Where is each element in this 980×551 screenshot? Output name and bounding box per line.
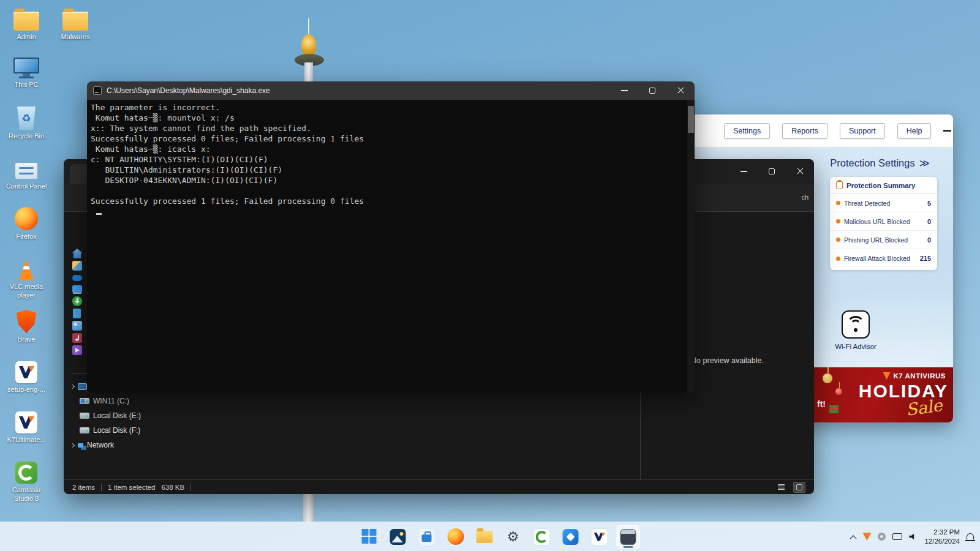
folder-icon — [62, 12, 88, 31]
k7-tab-help[interactable]: Help — [897, 123, 932, 139]
k7-button[interactable] — [588, 525, 611, 549]
desktop-icon-control-panel[interactable]: Control Panel — [4, 154, 49, 191]
monument-flame — [301, 34, 316, 56]
firefox-icon — [447, 528, 464, 545]
desktop-icon-label: VLC media player — [4, 283, 49, 300]
k7-tab-reports[interactable]: Reports — [782, 123, 827, 139]
documents-icon[interactable] — [73, 309, 81, 318]
gallery-icon[interactable] — [72, 261, 82, 271]
nav-win11-c[interactable]: WIN11 (C:) — [64, 394, 156, 408]
close-icon[interactable] — [786, 159, 814, 184]
drive-icon — [80, 427, 89, 433]
settings-button[interactable]: ⚙ — [502, 525, 525, 549]
items-count: 2 items — [72, 484, 95, 491]
protection-settings-link[interactable]: Protection Settings ≫ — [830, 157, 930, 169]
desktop-icon-setup[interactable]: setup-eng-... — [4, 358, 49, 394]
tray-date: 12/26/2024 — [924, 537, 960, 546]
desktop-icon-recycle-bin[interactable]: ♻ Recycle Bin — [4, 104, 49, 141]
firefox-button[interactable] — [444, 525, 467, 549]
desktop-icon-k7ultimate[interactable]: K7Ultimate... — [4, 408, 49, 444]
large-icons-view-icon[interactable] — [793, 482, 805, 493]
home-icon[interactable] — [72, 249, 82, 258]
desktop-icon-admin[interactable]: Admin — [4, 5, 49, 42]
desktop-icon-label: Malwares — [61, 33, 89, 42]
nav-local-disk-e[interactable]: Local Disk (E:) — [64, 408, 156, 423]
desktop-icon-label: K7Ultimate... — [7, 436, 46, 444]
pictures-icon[interactable] — [72, 321, 82, 331]
desktop-icon-brave[interactable]: Brave — [4, 307, 49, 344]
console-output[interactable]: The parameter is incorrect. Komut hatas─… — [87, 100, 695, 392]
console-line: c: NT AUTHORITY\SYSTEM:(I)(OI)(CI)(F) — [91, 154, 695, 165]
brave-shield-icon — [16, 310, 37, 333]
gear-icon: ⚙ — [507, 530, 519, 544]
desktop-icon-camtasia[interactable]: Camtasia Studio 8 — [4, 458, 49, 503]
protection-summary-title: Protection Summary — [846, 182, 915, 189]
details-view-icon[interactable] — [775, 482, 787, 493]
downloads-icon[interactable] — [72, 296, 82, 306]
desktop-icon-label: setup-eng-... — [7, 386, 45, 394]
installer-icon — [15, 361, 37, 383]
minimize-icon[interactable] — [729, 159, 758, 184]
k7-tray-icon[interactable] — [862, 533, 871, 541]
desktop-icon-label: This PC — [14, 81, 38, 89]
network-icon — [78, 443, 83, 448]
status-divider — [190, 484, 191, 491]
maximize-icon[interactable] — [638, 81, 666, 100]
system-tray: 2:32 PM 12/26/2024 — [851, 522, 976, 551]
display-tray-icon[interactable] — [892, 533, 902, 540]
tray-time: 2:32 PM — [933, 528, 960, 537]
this-pc-icon — [78, 383, 87, 390]
desktop-icon-firefox[interactable]: Firefox — [4, 204, 49, 241]
taskbar-center-icons: ⚙ — [358, 522, 640, 551]
wifi-advisor-button[interactable]: Wi-Fi Advisor — [827, 310, 884, 350]
bullet-icon — [836, 257, 840, 261]
console-line: Successfully processed 1 files; Failed p… — [91, 196, 695, 206]
summary-row-firewall: Firewall Attack Blocked 215 — [830, 249, 937, 268]
terminal-button[interactable] — [617, 525, 640, 549]
monitor-icon — [13, 58, 39, 78]
bullet-icon — [836, 201, 840, 205]
console-titlebar[interactable]: C:\Users\Sayan\Desktop\Malwares\gdi_shak… — [87, 81, 695, 100]
chevron-right-icon — [70, 443, 75, 447]
folder-icon — [13, 12, 39, 31]
minimize-icon[interactable] — [943, 130, 951, 132]
protection-settings-label: Protection Settings — [830, 157, 915, 169]
k7-tab-support[interactable]: Support — [840, 123, 885, 139]
search-box-fragment[interactable]: ch — [801, 193, 809, 201]
maximize-icon[interactable] — [758, 159, 786, 184]
clock[interactable]: 2:32 PM 12/26/2024 — [924, 528, 960, 546]
notifications-icon[interactable] — [967, 533, 974, 540]
nav-network[interactable]: Network — [64, 438, 156, 452]
music-icon[interactable] — [72, 333, 82, 343]
scrollbar[interactable] — [687, 100, 695, 392]
scrollbar-thumb[interactable] — [688, 106, 694, 133]
bullet-icon — [836, 238, 840, 242]
store-button[interactable] — [415, 525, 439, 549]
videos-icon[interactable] — [72, 345, 82, 355]
tray-expand-icon[interactable] — [850, 535, 857, 542]
image-app-button[interactable] — [386, 525, 410, 549]
selection-size: 638 KB — [161, 484, 184, 491]
preview-message: No preview available. — [691, 356, 764, 365]
photos-button[interactable] — [559, 525, 582, 549]
desktop-folder-icon[interactable] — [72, 285, 82, 293]
desktop-icon-vlc[interactable]: VLC media player — [4, 255, 49, 300]
desktop-icon-this-pc[interactable]: This PC — [4, 53, 49, 89]
minimize-icon[interactable] — [610, 81, 638, 100]
volume-icon[interactable] — [909, 533, 918, 541]
console-line: The parameter is incorrect. — [91, 102, 695, 113]
control-panel-icon — [14, 162, 39, 180]
protection-summary-card: Protection Summary Threat Detected 5 Mal… — [830, 177, 937, 270]
onedrive-icon[interactable] — [72, 275, 82, 281]
k7-header: Settings Reports Support Help — [674, 114, 953, 148]
tray-status-icon[interactable] — [878, 533, 886, 541]
terminal-icon — [620, 529, 636, 545]
file-explorer-button[interactable] — [473, 525, 496, 549]
desktop-icon-malwares[interactable]: Malwares — [53, 5, 98, 42]
k7-tab-settings[interactable]: Settings — [724, 123, 770, 139]
close-icon[interactable] — [666, 81, 695, 100]
nav-local-disk-f[interactable]: Local Disk (F:) — [64, 423, 156, 438]
start-button[interactable] — [358, 525, 381, 549]
camtasia-icon — [15, 462, 37, 484]
camtasia-button[interactable] — [530, 525, 554, 549]
